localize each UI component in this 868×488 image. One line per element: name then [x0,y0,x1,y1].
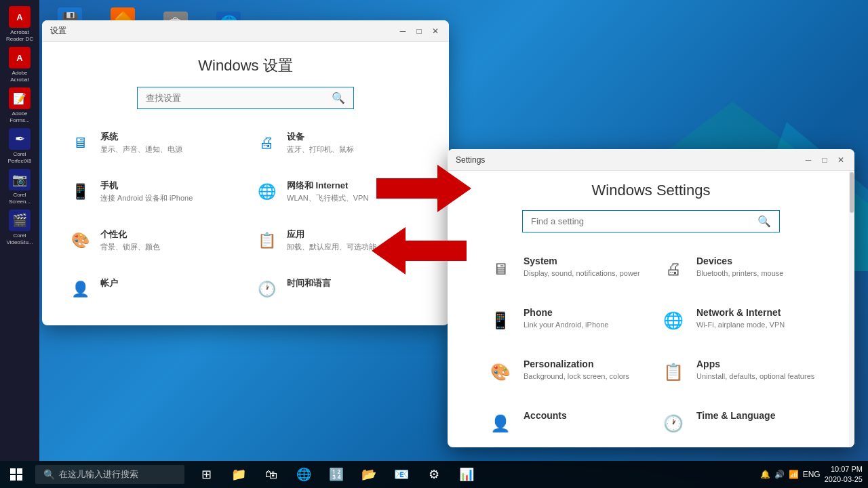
setting-item-apps-en[interactable]: 📋 Apps Uninstall, defaults, optional fea… [654,352,821,392]
setting-name-personalize-cn: 个性化 [100,228,160,241]
personalize-icon-cn: 🎨 [68,228,92,253]
taskbar-icon-explorer[interactable]: 📂 [355,461,382,488]
setting-name-accounts-cn: 帐户 [100,277,118,289]
settings-grid-en: 🖥 System Display, sound, notifications, … [468,249,834,444]
maximize-button-en[interactable]: □ [819,155,830,165]
sidebar-app-adobe-acrobat[interactable]: A AdobeAcrobat [3,46,37,84]
setting-desc-phone-en: Link your Android, iPhone [524,320,608,329]
setting-item-time-en[interactable]: 🕐 Time & Language [654,403,821,444]
settings-window-english: Settings ─ □ ✕ Windows Settings 🔍 🖥 Syst… [448,149,854,447]
search-icon-taskbar: 🔍 [43,469,55,480]
taskbar-icon-files[interactable]: 📁 [225,461,252,488]
setting-item-phone-en[interactable]: 📱 Phone Link your Android, iPhone [481,300,648,341]
search-box-en[interactable]: 🔍 [522,210,780,232]
setting-desc-network-cn: WLAN、飞行模式、VPN [287,193,368,203]
sidebar-app-corel-video[interactable]: 🎬 CorelVideoStu... [3,209,37,247]
search-icon-en: 🔍 [757,215,771,228]
taskbar-lang[interactable]: ENG [803,470,821,479]
minimize-button-cn[interactable]: ─ [397,26,408,37]
taskbar-notifications[interactable]: 🔔 [760,470,770,479]
window-controls-cn: ─ □ ✕ [397,26,441,37]
network-icon-en: 🌐 [660,307,687,334]
window-titlebar-cn: 设置 ─ □ ✕ [42,20,449,42]
setting-name-system-cn: 系统 [100,131,182,143]
window-title-cn: 设置 [50,25,66,37]
setting-item-devices-cn[interactable]: 🖨 设备 蓝牙、打印机、鼠标 [249,125,429,161]
setting-item-devices-en[interactable]: 🖨 Devices Bluetooth, printers, mouse [654,249,821,289]
setting-item-system-en[interactable]: 🖥 System Display, sound, notifications, … [481,249,648,289]
minimize-button-en[interactable]: ─ [803,155,814,165]
taskbar-icon-taskview[interactable]: ⊞ [193,461,220,488]
close-button-cn[interactable]: ✕ [430,26,441,37]
setting-desc-network-en: Wi-Fi, airplane mode, VPN [696,320,785,329]
maximize-button-cn[interactable]: □ [414,26,425,37]
taskbar-volume[interactable]: 🔊 [774,470,785,479]
svg-rect-4 [10,468,16,474]
search-input-en[interactable] [531,216,757,226]
sidebar-app-corel-screen[interactable]: 📷 CorelScreen... [3,168,37,206]
setting-desc-devices-en: Bluetooth, printers, mouse [696,268,783,278]
arrow-right [376,161,471,216]
setting-item-personalize-cn[interactable]: 🎨 个性化 背景、锁屏、颜色 [62,223,242,258]
setting-desc-apps-cn: 卸载、默认应用、可选功能 [287,242,376,252]
taskbar-icon-calc[interactable]: 🔢 [323,461,350,488]
setting-desc-phone-cn: 连接 Android 设备和 iPhone [100,193,193,203]
personalize-icon-en: 🎨 [487,359,514,386]
setting-item-system-cn[interactable]: 🖥 系统 显示、声音、通知、电源 [62,125,242,161]
setting-desc-devices-cn: 蓝牙、打印机、鼠标 [287,144,354,155]
monitor-icon-en: 🖥 [487,256,514,283]
search-icon-cn: 🔍 [332,92,345,104]
scroll-indicator[interactable] [849,171,854,447]
setting-item-phone-cn[interactable]: 📱 手机 连接 Android 设备和 iPhone [62,174,242,209]
window-content-en: Windows Settings 🔍 🖥 System Display, sou… [448,171,854,444]
taskbar-icon-powerpoint[interactable]: 📊 [453,461,480,488]
search-input-cn[interactable] [146,93,332,103]
window-header-en: Windows Settings [468,182,834,199]
settings-grid-cn: 🖥 系统 显示、声音、通知、电源 🖨 设备 蓝牙、打印机、鼠标 📱 [62,125,429,307]
setting-name-personalize-en: Personalization [524,359,629,369]
sidebar-app-corel-perfect[interactable]: ✒ CorelPerfectX8 [3,127,37,165]
svg-rect-7 [17,475,22,481]
taskbar-search-text: 在这儿输入进行搜索 [59,468,138,481]
device-icon-en: 🖨 [660,256,687,283]
svg-rect-6 [10,475,16,481]
taskbar-search[interactable]: 🔍 在这儿输入进行搜索 [35,465,184,484]
setting-item-personalize-en[interactable]: 🎨 Personalization Background, lock scree… [481,352,648,392]
setting-desc-apps-en: Uninstall, defaults, optional features [696,371,814,381]
network-icon-cn: 🌐 [254,180,279,204]
taskbar-network[interactable]: 📶 [789,470,799,479]
svg-marker-3 [372,227,467,274]
scroll-thumb[interactable] [850,172,854,213]
close-button-en[interactable]: ✕ [835,155,846,165]
apps-icon-cn: 📋 [254,228,279,253]
sidebar-app-adobe-forms[interactable]: 📝 AdobeForms... [3,87,37,125]
accounts-icon-en: 👤 [487,410,514,437]
setting-name-accounts-en: Accounts [524,410,567,421]
search-box-cn[interactable]: 🔍 [137,87,354,109]
taskbar-icon-settings[interactable]: ⚙ [420,461,448,488]
setting-item-accounts-en[interactable]: 👤 Accounts [481,403,648,444]
setting-name-time-cn: 时间和语言 [287,277,331,289]
time-icon-en: 🕐 [660,410,687,437]
window-header-cn: Windows 设置 [62,56,429,76]
setting-name-system-en: System [524,256,640,266]
setting-name-phone-en: Phone [524,307,608,318]
taskbar-icon-store[interactable]: 🛍 [258,461,285,488]
taskbar-icon-edge[interactable]: 🌐 [290,461,317,488]
svg-rect-5 [17,468,22,474]
sidebar: A AcrobatReader DC A AdobeAcrobat 📝 Adob… [0,0,39,461]
taskbar-right: 🔔 🔊 📶 ENG 10:07 PM 2020-03-25 [760,464,868,485]
setting-desc-personalize-cn: 背景、锁屏、颜色 [100,242,160,252]
setting-item-accounts-cn[interactable]: 👤 帐户 [62,272,242,307]
setting-name-time-en: Time & Language [696,410,775,421]
setting-item-network-en[interactable]: 🌐 Network & Internet Wi-Fi, airplane mod… [654,300,821,341]
taskbar-datetime: 10:07 PM 2020-03-25 [825,464,863,485]
start-button[interactable] [0,461,33,488]
taskbar-icon-outlook[interactable]: 📧 [388,461,415,488]
setting-desc-personalize-en: Background, lock screen, colors [524,371,629,381]
sidebar-app-acrobat-reader[interactable]: A AcrobatReader DC [3,5,37,43]
svg-marker-2 [376,165,471,212]
setting-name-apps-cn: 应用 [287,228,376,241]
phone-icon-cn: 📱 [68,180,92,204]
desktop: A AcrobatReader DC A AdobeAcrobat 📝 Adob… [0,0,868,488]
